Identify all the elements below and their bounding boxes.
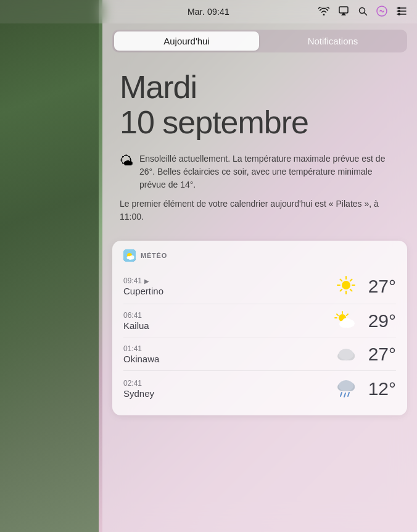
okinawa-condition-icon bbox=[333, 344, 357, 365]
svg-point-14 bbox=[127, 256, 130, 259]
summary-section: 🌤 Ensoleillé actuellement. La températur… bbox=[102, 150, 417, 236]
svg-rect-0 bbox=[339, 7, 348, 13]
date-section: Mardi 10 septembre bbox=[102, 52, 417, 150]
okinawa-city: Okinawa bbox=[123, 354, 159, 364]
kailua-temp: 29° bbox=[364, 310, 396, 331]
cliff-background bbox=[0, 0, 99, 532]
tab-today[interactable]: Aujourd'hui bbox=[114, 31, 259, 51]
svg-point-37 bbox=[339, 349, 353, 360]
weather-app-icon bbox=[123, 249, 136, 262]
date-day: Mardi bbox=[120, 70, 400, 105]
sydney-time: 02:41 bbox=[123, 379, 142, 388]
kailua-city: Kailua bbox=[123, 320, 149, 331]
svg-line-22 bbox=[350, 280, 352, 281]
kailua-location-info: 06:41 Kailua bbox=[123, 311, 149, 331]
svg-point-8 bbox=[398, 10, 400, 12]
kailua-time-row: 06:41 bbox=[123, 311, 149, 320]
notification-center-panel: Aujourd'hui Notifications Mardi 10 septe… bbox=[102, 0, 417, 532]
svg-point-32 bbox=[342, 318, 351, 325]
svg-line-20 bbox=[341, 280, 342, 281]
svg-line-43 bbox=[341, 393, 342, 396]
notification-center-icon[interactable] bbox=[396, 7, 407, 17]
location-arrow-icon: ▶ bbox=[144, 278, 149, 285]
svg-point-9 bbox=[398, 13, 400, 15]
svg-line-26 bbox=[337, 314, 338, 315]
okinawa-location-info: 01:41 Okinawa bbox=[123, 344, 159, 364]
weather-summary-text: Ensoleillé actuellement. La température … bbox=[139, 152, 400, 191]
weather-widget-title: MÉTÉO bbox=[141, 252, 167, 259]
okinawa-time-row: 01:41 bbox=[123, 344, 159, 353]
sydney-time-row: 02:41 bbox=[123, 379, 154, 388]
okinawa-weather-right: 27° bbox=[333, 344, 396, 365]
weather-row-cupertino: 09:41 ▶ Cupertino bbox=[123, 269, 396, 304]
cupertino-city: Cupertino bbox=[123, 286, 163, 296]
okinawa-time: 01:41 bbox=[123, 344, 142, 353]
svg-line-45 bbox=[348, 393, 349, 396]
weather-row-kailua: 06:41 Kailua bbox=[123, 304, 396, 338]
svg-line-2 bbox=[365, 12, 367, 15]
okinawa-temp: 27° bbox=[364, 344, 396, 365]
menubar: Mar. 09:41 bbox=[0, 0, 417, 23]
kailua-condition-icon bbox=[333, 310, 357, 332]
menubar-datetime: Mar. 09:41 bbox=[188, 7, 229, 17]
search-icon[interactable] bbox=[358, 6, 368, 18]
cupertino-time: 09:41 bbox=[123, 276, 142, 285]
svg-line-23 bbox=[341, 289, 342, 291]
weather-rows: 09:41 ▶ Cupertino bbox=[123, 269, 396, 407]
widget-header: MÉTÉO bbox=[123, 249, 396, 262]
cupertino-location-info: 09:41 ▶ Cupertino bbox=[123, 276, 163, 296]
cupertino-temp: 27° bbox=[364, 276, 396, 297]
cupertino-condition-icon bbox=[336, 275, 357, 298]
airplay-icon[interactable] bbox=[338, 6, 349, 18]
svg-point-7 bbox=[398, 7, 400, 9]
sydney-condition-icon bbox=[333, 376, 357, 401]
svg-line-28 bbox=[347, 314, 348, 315]
wifi-icon[interactable] bbox=[318, 7, 329, 17]
weather-row-sydney: 02:41 Sydney bbox=[123, 371, 396, 407]
svg-line-44 bbox=[344, 393, 345, 397]
svg-point-42 bbox=[339, 380, 353, 391]
menubar-icons bbox=[318, 6, 407, 19]
siri-icon[interactable] bbox=[376, 6, 387, 19]
weather-row-okinawa: 01:41 Okinawa bbox=[123, 338, 396, 371]
sydney-weather-right: 12° bbox=[333, 376, 396, 401]
calendar-summary-text: Le premier élément de votre calendrier a… bbox=[120, 197, 400, 223]
cupertino-weather-right: 27° bbox=[336, 275, 396, 298]
tab-notifications[interactable]: Notifications bbox=[260, 31, 405, 51]
weather-widget: MÉTÉO 09:41 ▶ Cupertino bbox=[112, 241, 407, 415]
sydney-location-info: 02:41 Sydney bbox=[123, 379, 154, 399]
kailua-weather-right: 29° bbox=[333, 310, 396, 332]
sydney-city: Sydney bbox=[123, 388, 154, 399]
sydney-temp: 12° bbox=[364, 378, 396, 399]
weather-summary-row: 🌤 Ensoleillé actuellement. La températur… bbox=[120, 152, 400, 191]
menubar-left-tint bbox=[0, 0, 99, 23]
svg-line-21 bbox=[350, 289, 352, 291]
svg-point-15 bbox=[342, 281, 350, 289]
sun-summary-icon: 🌤 bbox=[120, 153, 133, 169]
tab-bar: Aujourd'hui Notifications bbox=[112, 30, 407, 52]
cupertino-time-row: 09:41 ▶ bbox=[123, 276, 163, 285]
date-full: 10 septembre bbox=[120, 105, 400, 140]
kailua-time: 06:41 bbox=[123, 311, 142, 320]
